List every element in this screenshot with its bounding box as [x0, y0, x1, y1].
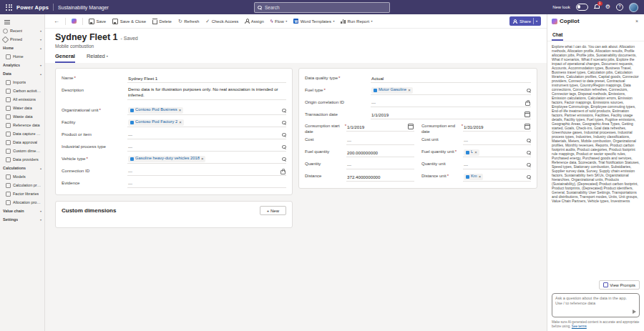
- search-lookup-icon[interactable]: [282, 133, 286, 137]
- chevron-down-icon[interactable]: ▾: [40, 209, 42, 213]
- fuel-type-lookup[interactable]: Motor Gasoline ×: [371, 86, 531, 95]
- cost-unit-lookup[interactable]: ---: [463, 136, 531, 145]
- fuel-quantity-input[interactable]: 200.000000000: [346, 148, 414, 157]
- waffle-menu-icon[interactable]: [6, 4, 12, 11]
- refresh-button[interactable]: ↻ Refresh: [175, 16, 202, 26]
- copilot-input[interactable]: [552, 294, 639, 317]
- chevron-down-icon[interactable]: ▾: [40, 64, 42, 67]
- search-lookup-icon[interactable]: [282, 157, 286, 161]
- tab-chat[interactable]: Chat: [552, 31, 563, 41]
- sidebar-item-pinned[interactable]: Pinned ▾: [0, 35, 44, 44]
- search-input[interactable]: [263, 4, 386, 11]
- sidebar-group-value-chain[interactable]: Value chain ▾: [0, 207, 44, 215]
- consumption-start-date-input[interactable]: 1/1/2019: [346, 122, 414, 132]
- help-button[interactable]: ?: [616, 4, 623, 11]
- sidebar-group-home[interactable]: Home ▴: [0, 44, 44, 52]
- description-input[interactable]: Demo data is for illustration purposes o…: [127, 86, 286, 100]
- share-button[interactable]: Share ▾: [509, 16, 541, 26]
- chevron-up-icon[interactable]: ▴: [40, 167, 42, 170]
- remove-icon[interactable]: ×: [474, 150, 477, 154]
- sidebar-item-home[interactable]: Home: [0, 52, 44, 61]
- search-lookup-icon[interactable]: [282, 109, 286, 112]
- sidebar-group-settings[interactable]: Settings ▾: [0, 215, 44, 224]
- remove-icon[interactable]: ×: [479, 174, 482, 179]
- quantity-unit-lookup[interactable]: ---: [463, 160, 531, 169]
- search-lookup-icon[interactable]: [527, 163, 530, 167]
- remove-icon[interactable]: ×: [179, 120, 182, 124]
- sidebar-item-reference-data[interactable]: Reference data: [0, 121, 44, 129]
- back-button[interactable]: ←: [51, 16, 62, 26]
- sidebar-item-custom-dimensions[interactable]: Custom dimensions: [0, 147, 44, 155]
- send-icon[interactable]: [633, 310, 636, 314]
- sidebar-item-recent[interactable]: Recent ▾: [0, 26, 44, 35]
- avatar[interactable]: [629, 3, 638, 12]
- see-terms-link[interactable]: See terms: [572, 325, 587, 328]
- evidence-input[interactable]: ---: [127, 179, 286, 188]
- sidebar-group-analytics[interactable]: Analytics ▾: [0, 61, 44, 69]
- sidebar-item-models[interactable]: Models: [0, 172, 44, 181]
- sidebar-item-allocation-profiles[interactable]: Allocation profiles (p...: [0, 198, 44, 207]
- save-button[interactable]: Save: [86, 16, 109, 26]
- search-lookup-icon[interactable]: [282, 121, 286, 124]
- data-quality-type-select[interactable]: Actual: [371, 74, 531, 83]
- remove-icon[interactable]: ×: [201, 157, 204, 161]
- facility-lookup[interactable]: Contoso Pod Factory 2 ×: [127, 118, 286, 127]
- settings-button[interactable]: ⚙: [605, 4, 610, 10]
- hamburger-menu-icon[interactable]: [4, 20, 10, 21]
- lookup-chip[interactable]: Contoso Pod Factory 2 ×: [128, 119, 184, 126]
- lookup-chip[interactable]: Motor Gasoline ×: [371, 87, 413, 94]
- chevron-down-icon[interactable]: ▾: [536, 19, 537, 23]
- sidebar-item-data-providers[interactable]: Data providers: [0, 155, 44, 164]
- search-lookup-icon[interactable]: [527, 151, 530, 154]
- save-and-close-button[interactable]: Save & Close: [109, 16, 149, 26]
- run-report-button[interactable]: Run Report ▾: [338, 16, 375, 26]
- lookup-chip[interactable]: L ×: [464, 149, 479, 156]
- distance-unit-lookup[interactable]: Km ×: [463, 172, 531, 182]
- tab-general[interactable]: General: [55, 53, 75, 63]
- delete-button[interactable]: Delete: [150, 16, 175, 26]
- chevron-up-icon[interactable]: ▴: [40, 46, 42, 50]
- sidebar-item-waste-data[interactable]: Waste data: [0, 112, 44, 121]
- remove-icon[interactable]: ×: [179, 108, 182, 112]
- flow-button[interactable]: ϟ Flow ▾: [268, 16, 290, 26]
- quantity-input[interactable]: ---: [346, 160, 414, 169]
- tab-related[interactable]: Related ▾: [87, 53, 108, 63]
- lookup-chip[interactable]: Km ×: [464, 174, 483, 180]
- chevron-down-icon[interactable]: ▾: [40, 38, 42, 41]
- close-icon[interactable]: ×: [634, 18, 640, 24]
- view-prompts-button[interactable]: View Prompts: [599, 280, 640, 290]
- sidebar-item-calculation-profiles[interactable]: Calculation profiles: [0, 181, 44, 189]
- app-name[interactable]: Power Apps: [16, 4, 49, 11]
- name-input[interactable]: Sydney Fleet 1: [127, 74, 286, 83]
- lookup-chip[interactable]: Gasoline heavy-duty vehicles 2018 ×: [128, 156, 205, 162]
- notifications-button[interactable]: 1: [594, 4, 600, 10]
- search-lookup-icon[interactable]: [527, 89, 530, 92]
- calendar-icon[interactable]: [525, 124, 530, 129]
- industrial-process-type-lookup[interactable]: ---: [127, 142, 286, 152]
- check-access-button[interactable]: ✓ Check Access: [203, 16, 241, 26]
- sidebar-item-water-data[interactable]: Water data: [0, 104, 44, 112]
- chevron-down-icon[interactable]: ▾: [40, 218, 42, 222]
- remove-icon[interactable]: ×: [408, 88, 411, 92]
- product-or-item-lookup[interactable]: ---: [127, 130, 286, 139]
- search-lookup-icon[interactable]: [527, 139, 530, 142]
- environment-name[interactable]: Sustainability Manager: [58, 5, 109, 10]
- sidebar-group-calculations[interactable]: Calculations ▴: [0, 164, 44, 172]
- sidebar-group-data[interactable]: Data ▴: [0, 69, 44, 78]
- chevron-up-icon[interactable]: ▴: [40, 72, 42, 76]
- calendar-icon[interactable]: [408, 124, 414, 129]
- transaction-date-input[interactable]: 1/1/2019: [371, 110, 531, 119]
- assign-button[interactable]: Assign: [242, 16, 267, 26]
- new-look-toggle[interactable]: [576, 4, 588, 11]
- word-templates-button[interactable]: W Word Templates ▾: [291, 16, 337, 26]
- sidebar-item-data-capture[interactable]: Data capture (preview): [0, 129, 44, 138]
- vehicle-type-lookup[interactable]: Gasoline heavy-duty vehicles 2018 ×: [127, 154, 286, 164]
- consumption-end-date-input[interactable]: 1/31/2019: [463, 122, 531, 132]
- fuel-quantity-unit-lookup[interactable]: L ×: [463, 148, 531, 157]
- search-lookup-icon[interactable]: [282, 145, 286, 149]
- cost-input[interactable]: ---: [346, 136, 414, 145]
- chevron-down-icon[interactable]: ▾: [40, 29, 42, 33]
- lookup-chip[interactable]: Contoso Pod Business ×: [128, 107, 183, 114]
- sidebar-item-data-approval[interactable]: Data approval: [0, 138, 44, 147]
- search-lookup-icon[interactable]: [527, 175, 530, 179]
